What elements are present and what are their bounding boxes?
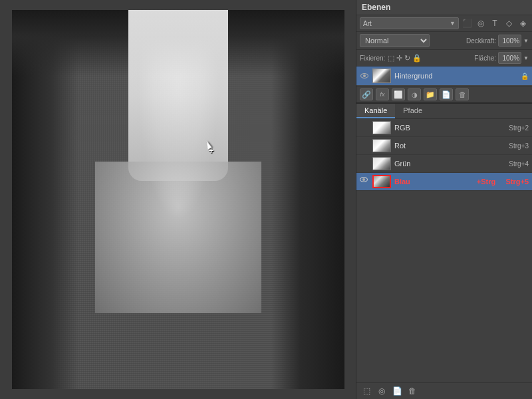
delete-channel-btn[interactable]: 🗑 bbox=[406, 385, 419, 397]
image-icon-btn[interactable]: ⬛ bbox=[461, 17, 473, 29]
tab-kanale[interactable]: Kanäle bbox=[356, 104, 395, 118]
layer-lock-icon: 🔒 bbox=[521, 72, 529, 80]
fix-move-icon[interactable]: ✛ bbox=[396, 54, 402, 63]
water-fall bbox=[128, 10, 228, 181]
flache-group: Fläche: ▼ bbox=[474, 52, 529, 64]
folder-btn[interactable]: 📁 bbox=[424, 88, 437, 100]
delete-layer-btn[interactable]: 🗑 bbox=[456, 88, 469, 100]
channel-name-blau: Blau bbox=[394, 178, 473, 186]
water-pool bbox=[95, 162, 261, 313]
mask-btn[interactable]: ⬜ bbox=[392, 88, 405, 100]
fix-rotate-icon[interactable]: ↻ bbox=[404, 54, 410, 63]
search-box[interactable]: ▼ bbox=[360, 17, 459, 29]
channels-section: Kanäle Pfade RGB Strg+2 bbox=[356, 102, 532, 399]
channel-thumb-gruen bbox=[372, 157, 391, 170]
adjustment-icon-btn[interactable]: ◎ bbox=[475, 17, 487, 29]
channel-vis-rgb bbox=[360, 123, 369, 132]
new-layer-btn[interactable]: 📄 bbox=[440, 88, 453, 100]
opacity-group: Deckkraft: ▼ bbox=[466, 35, 529, 47]
text-icon-btn[interactable]: T bbox=[489, 17, 501, 29]
tabs-row: Kanäle Pfade bbox=[356, 104, 532, 119]
layer-thumbnail bbox=[372, 68, 391, 83]
channels-bottom-toolbar: ⬚ ◎ 📄 🗑 bbox=[356, 382, 532, 399]
adjustment-btn[interactable]: ◑ bbox=[408, 88, 421, 100]
fix-icons: ⬚ ✛ ↻ 🔒 bbox=[388, 54, 422, 63]
channel-thumb-rgb bbox=[372, 121, 391, 134]
channel-item-blau[interactable]: Blau +Strg Strg+5 bbox=[356, 173, 532, 191]
shape-icon-btn[interactable]: ◇ bbox=[503, 17, 515, 29]
channel-vis-gruen bbox=[360, 159, 369, 168]
right-panel: Ebenen ▼ ⬛ ◎ T ◇ ◈ Normal Deckkraft: ▼ F… bbox=[356, 0, 532, 399]
flache-label: Fläche: bbox=[474, 55, 496, 62]
channel-shortcut-blau: +Strg Strg+5 bbox=[477, 178, 529, 186]
channel-name-gruen: Grün bbox=[394, 160, 505, 168]
layer-item[interactable]: Hintergrund 🔒 bbox=[356, 66, 532, 86]
blend-mode-select[interactable]: Normal bbox=[360, 34, 430, 47]
tab-pfade[interactable]: Pfade bbox=[395, 104, 430, 118]
layers-toolbar: ▼ ⬛ ◎ T ◇ ◈ bbox=[356, 15, 532, 32]
fix-row: Fixieren: ⬚ ✛ ↻ 🔒 Fläche: ▼ bbox=[356, 50, 532, 66]
fx-btn[interactable]: fx bbox=[376, 88, 389, 100]
channel-item-rgb[interactable]: RGB Strg+2 bbox=[356, 119, 532, 137]
flache-arrow[interactable]: ▼ bbox=[523, 55, 529, 61]
fix-lock-icon[interactable]: 🔒 bbox=[412, 54, 422, 63]
channel-eye-blau bbox=[360, 177, 368, 182]
layer-name: Hintergrund bbox=[394, 72, 517, 80]
channel-item-rot[interactable]: Rot Strg+3 bbox=[356, 137, 532, 155]
canvas-container bbox=[12, 10, 344, 389]
channel-vis-rot bbox=[360, 141, 369, 150]
selection-to-channel-btn[interactable]: ⬚ bbox=[360, 385, 373, 397]
layers-panel-header: Ebenen bbox=[356, 0, 532, 15]
layers-bottom-toolbar: 🔗 fx ⬜ ◑ 📁 📄 🗑 bbox=[356, 86, 532, 102]
opacity-arrow[interactable]: ▼ bbox=[523, 38, 529, 44]
search-input[interactable] bbox=[363, 20, 450, 27]
fix-checkerboard-icon[interactable]: ⬚ bbox=[388, 54, 394, 63]
layer-thumb-img bbox=[373, 69, 390, 82]
channel-vis-blau bbox=[360, 177, 369, 186]
channel-shortcut-rot: Strg+3 bbox=[509, 142, 529, 150]
smartobj-icon-btn[interactable]: ◈ bbox=[517, 17, 529, 29]
channel-name-rot: Rot bbox=[394, 142, 505, 150]
opacity-label: Deckkraft: bbox=[466, 37, 496, 45]
channel-thumb-rot bbox=[372, 139, 391, 152]
channel-list: RGB Strg+2 Rot Strg+3 Grün Strg+4 bbox=[356, 119, 532, 382]
layers-title: Ebenen bbox=[362, 3, 390, 12]
dropdown-arrow-icon[interactable]: ▼ bbox=[450, 20, 456, 27]
channel-name-rgb: RGB bbox=[394, 124, 505, 132]
new-channel-btn[interactable]: 📄 bbox=[390, 385, 404, 397]
link-btn[interactable]: 🔗 bbox=[360, 88, 373, 100]
channel-to-selection-btn[interactable]: ◎ bbox=[375, 385, 388, 397]
layer-visibility[interactable] bbox=[360, 71, 369, 80]
channel-shortcut-gruen: Strg+4 bbox=[509, 160, 529, 168]
eye-icon bbox=[360, 73, 368, 78]
channel-shortcut-rgb: Strg+2 bbox=[509, 124, 529, 132]
blend-row: Normal Deckkraft: ▼ bbox=[356, 32, 532, 50]
channel-thumb-blau bbox=[372, 175, 391, 188]
fix-label: Fixieren: bbox=[360, 55, 385, 62]
channel-item-gruen[interactable]: Grün Strg+4 bbox=[356, 155, 532, 173]
canvas-image bbox=[12, 10, 344, 389]
flache-input[interactable] bbox=[498, 52, 521, 64]
canvas-area bbox=[0, 0, 356, 399]
opacity-input[interactable] bbox=[498, 35, 521, 47]
